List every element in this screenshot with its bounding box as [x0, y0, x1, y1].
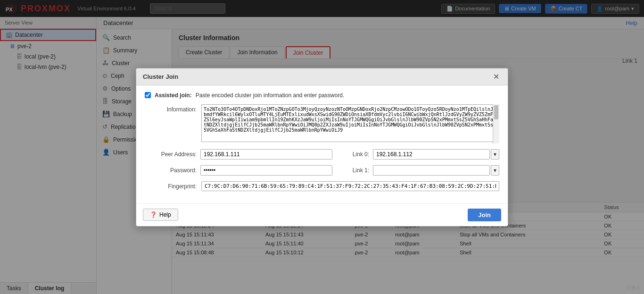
join-button[interactable]: Join [468, 209, 501, 221]
fingerprint-input[interactable] [201, 181, 499, 191]
cluster-join-modal: Cluster Join ✕ Assisted join: Paste enco… [136, 68, 508, 227]
modal-title: Cluster Join [143, 73, 178, 80]
information-label: Information: [145, 104, 197, 113]
fingerprint-label: Fingerprint: [145, 181, 197, 190]
link0-label: Link 0: [336, 151, 369, 158]
link0-input[interactable] [373, 149, 490, 160]
assisted-join-desc: Paste encoded cluster join information a… [196, 92, 345, 99]
textarea-scrollbar [493, 104, 499, 143]
modal-help-button[interactable]: ❓ Help [143, 209, 178, 221]
modal-overlay: Cluster Join ✕ Assisted join: Paste enco… [0, 0, 644, 294]
watermark: 亿速云 [626, 285, 640, 291]
link1-dropdown-icon[interactable]: ▾ [491, 165, 499, 176]
link1-label: Link 1: [336, 167, 369, 174]
peer-address-input[interactable] [200, 149, 332, 160]
link0-dropdown-icon[interactable]: ▾ [491, 149, 499, 160]
link1-input[interactable] [373, 165, 490, 176]
modal-close-button[interactable]: ✕ [491, 72, 501, 81]
information-textarea[interactable]: To2NTo3OTo4OTpDNDoxRjo1MToZNzpGOTo3MjoyQ… [201, 104, 499, 142]
assisted-join-label: Assisted join: [155, 92, 192, 99]
peer-address-label: Peer Address: [145, 151, 197, 158]
help-btn-icon: ❓ [150, 211, 157, 218]
password-input[interactable] [200, 165, 332, 176]
password-label: Password: [145, 167, 197, 174]
assisted-join-checkbox[interactable] [145, 92, 151, 98]
